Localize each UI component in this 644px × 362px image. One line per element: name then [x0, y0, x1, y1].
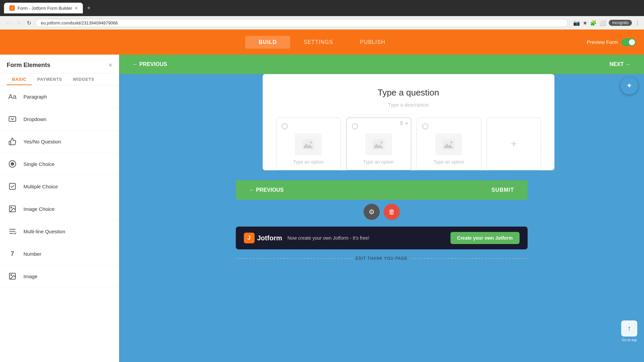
sidebar-tabs: BASIC PAYMENTS WIDGETS [0, 73, 119, 85]
header-tabs: BUILD SETTINGS PUBLISH [245, 36, 398, 49]
form-nav-bottom: ← PREVIOUS SUBMIT [236, 180, 528, 200]
prev-button-bottom[interactable]: ← PREVIOUS [249, 187, 284, 193]
refresh-button[interactable]: ↻ [25, 18, 33, 27]
back-button[interactable]: ← [4, 18, 12, 27]
svg-rect-0 [9, 117, 16, 121]
svg-point-16 [450, 141, 452, 143]
camera-icon: 📷 [573, 20, 580, 26]
promo-text: Now create your own Jotform - It's free! [287, 235, 445, 241]
preview-form-label: Preview Form [587, 39, 618, 45]
sidebar-items: Aa Paragraph Dropdown Yes/No Question S [0, 85, 119, 362]
submit-button[interactable]: SUBMIT [491, 187, 514, 193]
image-icon [7, 270, 18, 282]
image-option-1[interactable]: Type an option [276, 118, 341, 170]
delete-button[interactable]: 🗑 [384, 204, 400, 220]
sidebar: Form Elements × BASIC PAYMENTS WIDGETS A… [0, 55, 119, 362]
paragraph-label: Paragraph [23, 94, 47, 100]
tab-build[interactable]: BUILD [245, 36, 290, 49]
form-nav-top: ← PREVIOUS NEXT → [119, 55, 644, 74]
preview-form-toggle[interactable] [621, 38, 636, 46]
goto-top-area[interactable]: ↑ Go to top [621, 320, 637, 342]
tab-title: Form - Jotform Form Builder [17, 6, 72, 11]
tab-settings[interactable]: SETTINGS [290, 36, 346, 49]
sidebar-item-dropdown[interactable]: Dropdown [0, 108, 119, 130]
sidebar-title: Form Elements [7, 62, 50, 69]
form-card: Type a question Type a description Type … [263, 74, 554, 170]
app-header: BUILD SETTINGS PUBLISH Preview Form [0, 29, 644, 55]
edit-thank-you-label: EDIT THANK YOU PAGE [356, 256, 408, 261]
sidebar-item-image[interactable]: Image [0, 265, 119, 288]
yes-no-label: Yes/No Question [23, 139, 61, 144]
form-question[interactable]: Type a question [276, 87, 541, 98]
add-option-button[interactable]: + [487, 118, 541, 170]
form-description: Type a description [276, 102, 541, 108]
dashed-line-left [236, 258, 353, 259]
drag-handle-icon[interactable]: ⠿ [400, 121, 403, 126]
image-option-3[interactable]: Type an option [417, 118, 482, 170]
goto-top-icon: ↑ [628, 324, 631, 333]
next-button-top[interactable]: NEXT → [609, 61, 631, 67]
sidebar-item-number[interactable]: 7 Number [0, 243, 119, 265]
option-2-text: Type an option [363, 159, 394, 165]
image-placeholder-2 [365, 133, 392, 155]
window-icon[interactable]: ⬜ [599, 20, 606, 26]
sidebar-item-image-choice[interactable]: Image Choice [0, 198, 119, 220]
form-wrapper: Type a question Type a description Type … [236, 74, 528, 220]
sidebar-tab-widgets[interactable]: WIDGETS [67, 73, 100, 85]
jotform-logo: J Jotform [244, 233, 282, 243]
sidebar-tab-basic[interactable]: BASIC [7, 73, 32, 85]
promo-cta-button[interactable]: Create your own Jotform [450, 232, 520, 244]
edit-thank-you-bar[interactable]: EDIT THANK YOU PAGE [236, 256, 528, 261]
single-choice-label: Single Choice [23, 161, 55, 167]
goto-top-label: Go to top [622, 338, 637, 342]
sidebar-item-yes-no[interactable]: Yes/No Question [0, 130, 119, 153]
dropdown-label: Dropdown [23, 116, 46, 122]
main-layout: Form Elements × BASIC PAYMENTS WIDGETS A… [0, 55, 644, 362]
bookmark-icon[interactable]: ★ [583, 20, 587, 26]
forward-button[interactable]: → [15, 18, 23, 27]
jotform-logo-text: Jotform [257, 234, 282, 242]
ai-icon: ✦ [626, 81, 632, 90]
extensions-icon[interactable]: 🧩 [590, 20, 597, 26]
image-placeholder-3 [435, 133, 462, 155]
address-bar[interactable]: eu.jotform.com/build/231394094879066 [35, 19, 568, 27]
image-option-2[interactable]: ⠿ × Type an option [346, 118, 411, 170]
sidebar-close-button[interactable]: × [108, 61, 112, 69]
sidebar-item-multiple-choice[interactable]: Multiple Choice [0, 175, 119, 198]
tab-close-btn[interactable]: × [75, 5, 77, 11]
goto-top-button[interactable]: ↑ [621, 320, 637, 337]
canvas-area: ← PREVIOUS NEXT → Type a question Type a… [119, 55, 644, 362]
sidebar-item-multiline[interactable]: Multi-line Question [0, 220, 119, 243]
svg-point-14 [380, 141, 382, 143]
image-choice-label: Image Choice [23, 206, 55, 212]
option-1-text: Type an option [293, 159, 324, 165]
tab-publish[interactable]: PUBLISH [346, 36, 398, 49]
prev-button-top[interactable]: ← PREVIOUS [132, 61, 167, 67]
browser-tab[interactable]: J Form - Jotform Form Builder × [4, 3, 83, 13]
settings-button[interactable]: ⚙ [364, 204, 380, 220]
tab-favicon: J [9, 5, 15, 11]
jotform-logo-icon: J [244, 233, 255, 243]
multiple-choice-label: Multiple Choice [23, 184, 58, 189]
ai-float-button[interactable]: ✦ [621, 77, 638, 95]
image-label: Image [23, 274, 38, 279]
image-choice-icon [7, 203, 18, 215]
multiple-choice-icon [7, 181, 18, 192]
dashed-line-right [410, 258, 528, 259]
preview-form-area: Preview Form [587, 38, 636, 46]
sidebar-tab-payments[interactable]: PAYMENTS [32, 73, 67, 85]
multiline-label: Multi-line Question [23, 229, 65, 234]
remove-option-btn[interactable]: × [405, 121, 408, 126]
option-2-actions: ⠿ × [400, 121, 408, 126]
sidebar-item-single-choice[interactable]: Single Choice [0, 153, 119, 175]
image-options-grid: Type an option ⠿ × Type an option [276, 118, 541, 170]
svg-point-12 [310, 141, 312, 143]
paragraph-icon: Aa [7, 91, 18, 102]
svg-point-2 [11, 162, 14, 166]
number-icon: 7 [7, 248, 18, 259]
menu-icon[interactable]: ⋮ [635, 20, 640, 26]
sidebar-item-paragraph[interactable]: Aa Paragraph [0, 85, 119, 108]
number-label: Number [23, 251, 41, 257]
browser-icons: 📷 ★ 🧩 ⬜ Incognito ⋮ [573, 20, 640, 26]
new-tab-button[interactable]: + [87, 5, 91, 12]
